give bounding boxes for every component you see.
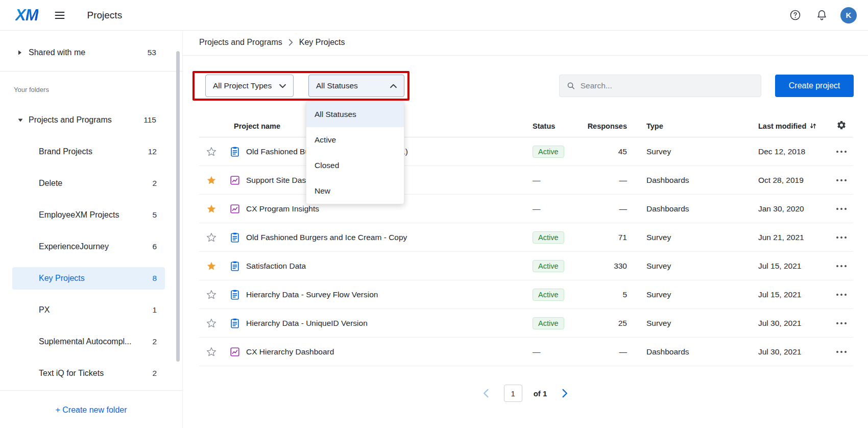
help-button[interactable] [787, 8, 803, 23]
table-row[interactable]: Support Site Dashboard — — Dashboards Oc… [199, 166, 853, 195]
star-outline-icon[interactable] [206, 232, 216, 243]
sidebar-scrollbar[interactable] [176, 51, 180, 362]
project-name[interactable]: Hierarchy Data - UniqueID Version [246, 319, 533, 328]
star-filled-icon[interactable] [206, 261, 216, 271]
divider [183, 55, 868, 56]
menu-item-new[interactable]: New [306, 178, 404, 204]
folder-label: EmployeeXM Projects [39, 210, 119, 220]
create-new-folder-button[interactable]: + Create new folder [0, 399, 182, 421]
project-name[interactable]: Old Fashioned Burgers and Ice Cream - Co… [246, 233, 533, 242]
star-outline-icon[interactable] [206, 318, 216, 328]
sidebar-folder-px[interactable]: PX 1 [12, 299, 165, 321]
star-outline-icon[interactable] [206, 290, 216, 300]
column-header-responses[interactable]: Responses [578, 122, 627, 130]
folder-label: PX [39, 305, 50, 315]
table-header: Project name Status Responses Type Last … [199, 115, 853, 137]
item-count: 2 [152, 337, 157, 346]
project-type: Survey [646, 233, 758, 242]
sidebar-folder-key-projects[interactable]: Key Projects 8 [12, 267, 165, 290]
row-actions-button[interactable] [836, 293, 847, 296]
star-outline-icon[interactable] [206, 347, 216, 357]
top-bar: XM Projects K [0, 0, 868, 31]
project-type: Dashboards [646, 347, 758, 356]
status-badge: — [533, 347, 541, 356]
chevron-right-icon[interactable] [17, 50, 29, 56]
table-row[interactable]: Satisfaction Data Active 330 Survey Jul … [199, 252, 853, 280]
row-actions-button[interactable] [836, 265, 847, 268]
project-name[interactable]: Hierarchy Data - Survey Flow Version [246, 290, 533, 299]
search-input[interactable] [581, 81, 754, 90]
create-project-button[interactable]: Create project [775, 75, 854, 97]
last-modified: Oct 28, 2019 [758, 176, 830, 185]
status-badge: Active [533, 289, 564, 301]
user-avatar[interactable]: K [840, 7, 857, 23]
item-count: 1 [152, 305, 157, 315]
xm-logo[interactable]: XM [15, 6, 38, 25]
folder-label: Brand Projects [39, 147, 92, 156]
sidebar-item-shared-with-me[interactable]: Shared with me 53 [0, 42, 182, 63]
chevron-right-icon [562, 389, 568, 398]
hamburger-icon [54, 9, 66, 21]
column-header-status[interactable]: Status [533, 122, 578, 130]
sidebar-folder-text-iq-for-tickets[interactable]: Text iQ for Tickets 2 [12, 362, 165, 385]
table-row[interactable]: CX Program Insights — — Dashboards Jan 3… [199, 195, 853, 223]
breadcrumb-parent[interactable]: Projects and Programs [199, 38, 282, 47]
notifications-button[interactable] [814, 8, 829, 23]
sidebar-folder-employeexm-projects[interactable]: EmployeeXM Projects 5 [12, 204, 165, 226]
row-actions-button[interactable] [836, 322, 847, 325]
app-window: XM Projects K Shared with me 53 Your fol… [0, 0, 868, 428]
responses-count: 330 [578, 261, 627, 271]
item-count: 53 [148, 48, 156, 57]
statuses-dropdown[interactable]: All Statuses [308, 75, 404, 97]
chevron-left-icon [483, 389, 489, 398]
chevron-down-icon[interactable] [17, 117, 29, 123]
column-header-type[interactable]: Type [646, 122, 758, 130]
project-name[interactable]: CX Hierarchy Dashboard [246, 347, 533, 356]
project-name[interactable]: Satisfaction Data [246, 261, 533, 271]
project-type: Survey [646, 147, 758, 156]
dashboard-icon [229, 346, 240, 358]
project-type: Survey [646, 319, 758, 328]
last-modified: Jul 30, 2021 [758, 347, 830, 356]
status-badge: Active [533, 260, 564, 272]
page-number-input[interactable]: 1 [504, 385, 522, 402]
star-outline-icon[interactable] [206, 147, 216, 157]
sidebar-item-projects-and-programs[interactable]: Projects and Programs 115 [0, 109, 182, 131]
star-filled-icon[interactable] [206, 204, 216, 214]
table-settings-button[interactable] [836, 120, 847, 132]
item-count: 2 [152, 179, 157, 188]
star-filled-icon[interactable] [206, 175, 216, 185]
table-row[interactable]: Hierarchy Data - Survey Flow Version Act… [199, 280, 853, 309]
project-name[interactable]: CX Program Insights [246, 204, 533, 213]
table-row[interactable]: CX Hierarchy Dashboard — — Dashboards Ju… [199, 338, 853, 366]
menu-item-closed[interactable]: Closed [306, 153, 404, 178]
hamburger-menu-button[interactable] [52, 7, 68, 23]
project-types-dropdown[interactable]: All Project Types [205, 75, 294, 97]
sidebar-folder-brand-projects[interactable]: Brand Projects 12 [12, 140, 165, 163]
folder-label: Key Projects [39, 274, 85, 283]
sidebar-folder-experiencejourney[interactable]: ExperienceJourney 6 [12, 235, 165, 258]
menu-item-all-statuses[interactable]: All Statuses [306, 102, 404, 127]
folder-label: ExperienceJourney [39, 242, 109, 251]
next-page-button[interactable] [558, 387, 571, 400]
row-actions-button[interactable] [836, 179, 847, 182]
breadcrumb-current: Key Projects [299, 38, 345, 47]
column-header-last-modified[interactable]: Last modified [758, 122, 830, 130]
table-row[interactable]: Hierarchy Data - UniqueID Version Active… [199, 309, 853, 338]
row-actions-button[interactable] [836, 350, 847, 353]
survey-icon [229, 318, 240, 329]
table-row[interactable]: Old Fashioned Burgers and Ice Cream - Co… [199, 223, 853, 252]
row-actions-button[interactable] [836, 236, 847, 239]
row-actions-button[interactable] [836, 150, 847, 153]
status-badge: Active [533, 231, 564, 244]
sidebar-folder-suplemental-autocomplete[interactable]: Suplemental Autocompl... 2 [12, 330, 165, 353]
row-actions-button[interactable] [836, 207, 847, 210]
table-row[interactable]: Old Fashioned Burgers and Ice Cream (Qus… [199, 137, 853, 166]
gear-icon [836, 120, 847, 130]
status-badge: Active [533, 146, 564, 158]
menu-item-active[interactable]: Active [306, 127, 404, 153]
last-modified: Jan 30, 2020 [758, 204, 830, 213]
chevron-up-icon [390, 84, 397, 88]
previous-page-button[interactable] [479, 387, 493, 400]
sidebar-folder-delete[interactable]: Delete 2 [12, 172, 165, 195]
